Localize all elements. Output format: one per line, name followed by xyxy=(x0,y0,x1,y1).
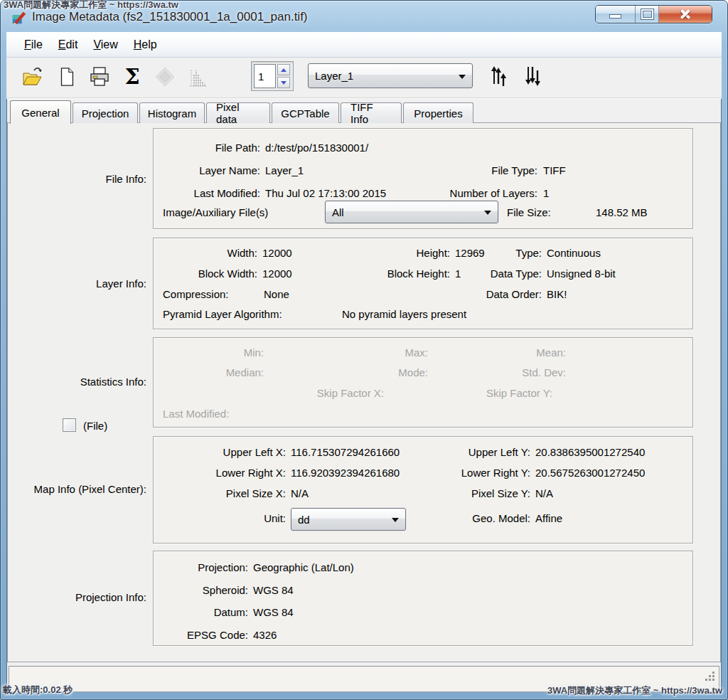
upper-left-x-value: 116.715307294261660 xyxy=(291,446,400,458)
open-button[interactable] xyxy=(19,63,46,90)
close-icon xyxy=(680,9,691,20)
layer-name-label: Layer Name: xyxy=(154,164,260,176)
median-label: Median: xyxy=(154,366,264,378)
spinner-down-icon xyxy=(281,81,287,85)
file-checkbox-label: (File) xyxy=(83,420,107,432)
file-type-label: File Type: xyxy=(438,164,537,176)
file-path-label: File Path: xyxy=(154,142,260,154)
projection-label: Projection: xyxy=(154,561,248,573)
layer-up-button[interactable] xyxy=(486,62,513,89)
layer-info-group: Width: 12000 Height: 12969 Type: Continu… xyxy=(153,238,693,329)
window-controls xyxy=(595,5,712,23)
skip-factor-x-label: Skip Factor X: xyxy=(270,387,384,399)
stats-last-modified-label: Last Modified: xyxy=(163,408,229,420)
layer-up-icon xyxy=(488,64,510,87)
watermark-bottom-left: 載入時間:0.02 秒 xyxy=(3,684,73,696)
block-height-label: Block Height: xyxy=(353,267,450,280)
resize-grip[interactable] xyxy=(705,679,707,681)
pyramid-label: Pyramid Layer Algorithm: xyxy=(163,308,282,320)
skip-factor-y-label: Skip Factor Y: xyxy=(439,387,552,399)
lower-right-x-label: Lower Right X: xyxy=(154,467,286,479)
height-label: Height: xyxy=(353,247,450,259)
menu-view[interactable]: View xyxy=(85,36,125,54)
open-icon xyxy=(21,65,44,88)
projection-info-group: Projection: Geographic (Lat/Lon) Spheroi… xyxy=(153,551,693,646)
print-icon xyxy=(88,65,111,88)
aux-files-combo-value: All xyxy=(332,206,344,218)
projection-value: Geographic (Lat/Lon) xyxy=(253,561,354,573)
number-of-layers-label: Number of Layers: xyxy=(431,187,537,199)
tab-gcptable[interactable]: GCPTable xyxy=(272,102,339,123)
statistics-button[interactable]: Σ xyxy=(119,63,146,90)
tab-properties[interactable]: Properties xyxy=(403,102,473,123)
pyramid-value: No pyramid layers present xyxy=(342,308,466,320)
data-type-value: Unsigned 8-bit xyxy=(547,267,616,280)
tab-projection[interactable]: Projection xyxy=(73,102,138,123)
width-label: Width: xyxy=(154,247,257,259)
block-height-value: 1 xyxy=(455,267,461,280)
layer-select-value: Layer_1 xyxy=(315,70,353,82)
file-path-value: d:/test/po/151830001/ xyxy=(265,142,368,154)
menu-help[interactable]: Help xyxy=(126,36,165,54)
tab-histogram[interactable]: Histogram xyxy=(139,102,205,123)
layer-number-input[interactable]: 1 xyxy=(254,64,276,88)
epsg-code-value: 4326 xyxy=(253,629,277,641)
histogram-icon xyxy=(186,65,209,88)
min-label: Min: xyxy=(154,346,264,359)
spinner-up-icon xyxy=(281,68,287,72)
app-icon xyxy=(11,9,28,26)
print-button[interactable] xyxy=(86,63,113,90)
layer-info-section-label: Layer Info: xyxy=(7,277,146,290)
pixel-size-y-value: N/A xyxy=(535,487,553,499)
watermark-bottom-right: 3WA問題解決專家工作室 ~ https://3wa.tw xyxy=(547,684,722,697)
pyramid-layers-button[interactable] xyxy=(151,63,178,90)
datum-value: WGS 84 xyxy=(253,606,294,618)
last-modified-value: Thu Jul 02 17:13:00 2015 xyxy=(265,187,386,199)
layer-name-value: Layer_1 xyxy=(265,164,304,176)
statistics-info-group: Min: Max: Mean: Median: Mode: Std. Dev: … xyxy=(153,337,693,428)
unit-combo[interactable]: dd xyxy=(291,508,406,531)
data-order-value: BIK! xyxy=(547,288,567,300)
block-width-label: Block Width: xyxy=(154,267,257,280)
map-info-group: Upper Left X: 116.715307294261660 Upper … xyxy=(153,436,693,543)
new-document-button[interactable] xyxy=(53,63,80,90)
spheroid-label: Spheroid: xyxy=(154,584,248,596)
aux-files-label: Image/Auxiliary File(s) xyxy=(163,206,268,218)
aux-files-combo[interactable]: All xyxy=(325,201,498,223)
tab-pixel-data[interactable]: Pixel data xyxy=(206,102,270,123)
layer-down-icon xyxy=(522,64,545,87)
layer-select-combo[interactable]: Layer_1 xyxy=(308,63,473,88)
data-order-label: Data Order: xyxy=(466,288,542,300)
histogram-button[interactable] xyxy=(184,63,211,90)
file-type-value: TIFF xyxy=(543,164,566,176)
tab-general[interactable]: General xyxy=(10,100,71,124)
lower-right-y-label: Lower Right Y: xyxy=(426,467,530,479)
pixel-size-y-label: Pixel Size Y: xyxy=(426,487,530,499)
pixel-size-x-label: Pixel Size X: xyxy=(154,487,286,499)
unit-combo-value: dd xyxy=(298,514,310,526)
data-type-label: Data Type: xyxy=(466,267,542,280)
maximize-icon xyxy=(641,9,653,19)
geo-model-label: Geo. Model: xyxy=(426,512,530,524)
compression-label: Compression: xyxy=(163,288,229,300)
file-statistics-checkbox[interactable] xyxy=(63,418,76,432)
menu-edit[interactable]: Edit xyxy=(50,36,86,54)
spheroid-value: WGS 84 xyxy=(253,584,294,596)
close-button[interactable] xyxy=(659,6,712,23)
tab-tiff-info[interactable]: TIFF Info xyxy=(341,102,402,123)
spinner-up-button[interactable] xyxy=(277,64,290,75)
toolbar: Σ 1 Layer_1 xyxy=(6,58,722,98)
maximize-button[interactable] xyxy=(636,6,659,23)
chevron-down-icon xyxy=(459,75,466,79)
minimize-button[interactable] xyxy=(596,6,636,23)
layer-down-button[interactable] xyxy=(520,62,547,89)
file-size-label: File Size: xyxy=(507,206,551,218)
pyramid-layers-icon xyxy=(154,65,176,88)
menu-bar: File Edit View Help xyxy=(6,32,722,58)
upper-left-y-value: 20.8386395001272540 xyxy=(535,446,645,458)
datum-label: Datum: xyxy=(154,606,248,618)
spinner-down-button[interactable] xyxy=(277,77,290,88)
block-width-value: 12000 xyxy=(262,267,292,280)
watermark-top-left: 3WA問題解決專家工作室 ~ https://3wa.tw xyxy=(4,0,178,11)
menu-file[interactable]: File xyxy=(16,36,50,54)
